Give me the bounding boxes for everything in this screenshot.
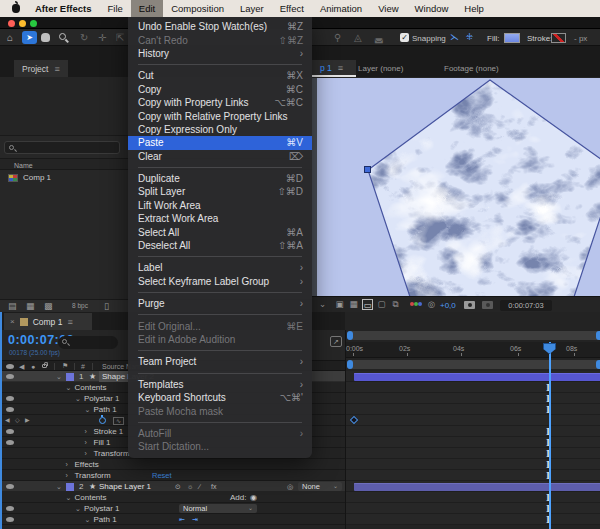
property-group-label[interactable]: Contents <box>75 492 107 503</box>
new-folder-icon[interactable]: ▦ <box>26 301 35 311</box>
in-out-icon[interactable]: ⇥ <box>192 514 198 525</box>
snapping-checkbox[interactable]: ✓ <box>400 33 409 42</box>
add-shape-attribute-icon[interactable]: ◉ <box>250 492 257 503</box>
menu-item-cut[interactable]: Cut⌘X <box>128 69 312 82</box>
menu-item-templates[interactable]: Templates› <box>128 378 312 391</box>
tab-footage[interactable]: Footage (none) <box>444 60 499 77</box>
visibility-eye-icon[interactable] <box>6 429 14 434</box>
menu-item-select-keyframe-label-group[interactable]: Select Keyframe Label Group› <box>128 275 312 288</box>
minimize-window-button[interactable] <box>19 20 26 27</box>
time-ruler[interactable]: 0:00s02s04s06s08s <box>346 342 600 358</box>
menu-item-lift-work-area[interactable]: Lift Work Area <box>128 199 312 212</box>
panel-menu-icon[interactable]: ≡ <box>338 63 343 73</box>
layer-switch-icon[interactable]: ☼ <box>187 481 193 492</box>
zoom-window-button[interactable] <box>30 20 37 27</box>
menu-item-copy-expression-only[interactable]: Copy Expression Only <box>128 123 312 136</box>
menu-item-duplicate[interactable]: Duplicate⌘D <box>128 172 312 185</box>
timeline-search-input[interactable] <box>58 336 118 349</box>
property-group-label[interactable]: Polystar 1 <box>84 393 120 404</box>
snap-bounds-icon[interactable]: ⁜ <box>464 32 475 43</box>
tab-timeline-comp1[interactable]: × Comp 1 ≡ <box>4 313 92 330</box>
visibility-eye-icon[interactable] <box>6 374 14 379</box>
close-window-button[interactable] <box>8 20 15 27</box>
menubar-item-help[interactable]: Help <box>456 0 492 17</box>
lasso-tool-icon[interactable]: ◛ <box>374 31 384 44</box>
tab-project[interactable]: Project ≡ <box>14 60 68 77</box>
stroke-color-swatch[interactable] <box>551 33 566 43</box>
expand-chevron-icon[interactable]: › <box>85 437 87 448</box>
project-bit-depth[interactable]: 8 bpc <box>72 302 88 309</box>
property-group-label[interactable]: Transform <box>94 448 130 459</box>
expand-chevron-icon[interactable]: ⌄ <box>85 404 91 415</box>
dolly-camera-tool-icon[interactable]: ⇱ <box>116 31 124 44</box>
viewer-timecode[interactable]: 0:00:07:03 <box>500 300 552 311</box>
menubar-item-view[interactable]: View <box>370 0 406 17</box>
lock-column-icon[interactable] <box>42 364 47 368</box>
viewer-options-chevron-icon[interactable]: ⌄ <box>317 299 328 310</box>
menu-item-deselect-all[interactable]: Deselect All⇧⌘A <box>128 239 312 252</box>
always-preview-icon[interactable]: ▣ <box>334 299 345 310</box>
expand-chevron-icon[interactable]: › <box>85 448 87 459</box>
transform-reset-link[interactable]: Reset <box>152 470 172 481</box>
transparency-grid-icon[interactable]: ▦ <box>348 299 359 310</box>
layer-row-shape-layer-1[interactable]: ⌄2★Shape Layer 1⊙☼∕fx◎None⌄ <box>2 481 345 492</box>
mask-tool-icon[interactable]: ⚲ <box>334 31 341 44</box>
property-group-label[interactable]: Polystar 1 <box>84 503 120 514</box>
property-group-label[interactable]: Path 1 <box>94 514 117 525</box>
menubar-item-animation[interactable]: Animation <box>312 0 370 17</box>
menu-item-select-all[interactable]: Select All⌘A <box>128 225 312 238</box>
expand-chevron-icon[interactable]: › <box>66 470 68 481</box>
show-snapshot-icon[interactable] <box>482 301 493 309</box>
hand-tool-icon[interactable] <box>41 33 50 42</box>
menu-item-copy[interactable]: Copy⌘C <box>128 83 312 96</box>
menu-item-label[interactable]: Label› <box>128 261 312 274</box>
layer-color-chip[interactable] <box>66 483 74 491</box>
menubar-item-layer[interactable]: Layer <box>232 0 272 17</box>
timeline-row-contents[interactable]: ⌄ContentsAdd:◉ <box>2 492 345 503</box>
work-area-start-handle[interactable] <box>347 360 353 369</box>
property-group-label[interactable]: Stroke 1 <box>94 426 124 437</box>
timeline-row-effects[interactable]: ›Effects <box>2 459 345 470</box>
parent-pickwhip-icon[interactable]: ◎ <box>287 481 293 492</box>
keyframe-diamond[interactable] <box>350 416 358 424</box>
blend-mode-select[interactable]: Normal⌄ <box>179 504 257 513</box>
layer-switch-icon[interactable]: ∕ <box>199 481 200 492</box>
visibility-eye-icon[interactable] <box>6 517 14 522</box>
playhead-line[interactable] <box>549 342 551 529</box>
work-area-end-handle[interactable] <box>596 360 600 369</box>
property-group-label[interactable]: Effects <box>75 459 99 470</box>
panel-menu-icon[interactable]: ≡ <box>54 64 59 74</box>
menubar-item-file[interactable]: File <box>100 0 131 17</box>
menu-item-extract-work-area[interactable]: Extract Work Area <box>128 212 312 225</box>
home-tool-icon[interactable]: ⌂ <box>7 31 13 44</box>
property-group-label[interactable]: Path 1 <box>94 404 117 415</box>
property-group-label[interactable]: Transform <box>75 470 111 481</box>
show-channel-icon[interactable] <box>410 302 422 308</box>
expand-chevron-icon[interactable]: ⌄ <box>66 382 72 393</box>
tab-layer[interactable]: Layer (none) <box>358 60 403 77</box>
timeline-row-transform[interactable]: ›TransformReset <box>2 470 345 481</box>
expand-chevron-icon[interactable]: ⌄ <box>56 371 62 382</box>
keyframe-navigator-icon[interactable]: ▶ <box>25 415 30 426</box>
keyframe-navigator-icon[interactable]: ◀ <box>5 415 10 426</box>
fill-color-swatch[interactable] <box>504 33 520 43</box>
time-navigator-bar[interactable] <box>347 331 600 340</box>
composition-viewer[interactable] <box>312 78 600 296</box>
stopwatch-icon[interactable] <box>99 417 106 424</box>
work-area-bar[interactable] <box>347 360 600 369</box>
selection-tool-icon[interactable]: ➤ <box>22 31 37 44</box>
menubar-item-edit[interactable]: Edit <box>131 0 163 17</box>
menu-item-clear[interactable]: Clear⌦ <box>128 150 312 163</box>
layer-switch-icon[interactable]: ⊙ <box>175 481 181 492</box>
menu-item-purge[interactable]: Purge› <box>128 297 312 310</box>
layer-name[interactable]: Shape Layer 1 <box>99 481 151 492</box>
visibility-eye-icon[interactable] <box>6 440 14 445</box>
menu-item-undo-enable-stop-watch-es[interactable]: Undo Enable Stop Watch(es)⌘Z <box>128 20 312 33</box>
timeline-row-path-1[interactable]: ⌄Path 1⇤⇥ <box>2 514 345 525</box>
menubar-item-after-effects[interactable]: After Effects <box>27 0 100 17</box>
menu-item-copy-with-property-links[interactable]: Copy with Property Links⌥⌘C <box>128 96 312 109</box>
mask-visibility-icon[interactable]: ▢ <box>376 299 387 310</box>
zoom-tool-icon[interactable] <box>59 33 66 40</box>
apple-logo-icon[interactable] <box>12 4 20 13</box>
region-of-interest-icon[interactable]: ▭ <box>362 299 373 310</box>
